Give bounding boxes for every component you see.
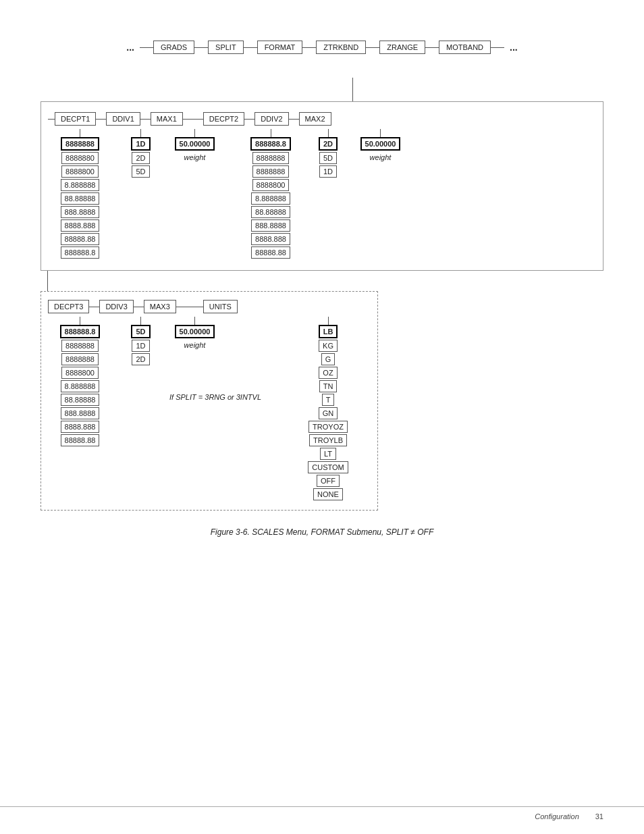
units-val-gn: GN: [319, 407, 338, 419]
menu-item-zrange: ZRANGE: [379, 41, 425, 54]
page-footer: Configuration 31: [0, 806, 644, 820]
decpt1-val-4: 88.88888: [61, 192, 100, 205]
header-ddiv2: DDIV2: [254, 112, 288, 126]
menu-item-format: FORMAT: [257, 41, 303, 54]
menu-item-ztrkbnd: ZTRKBND: [316, 41, 366, 54]
decpt3-val-8: 88888.88: [61, 434, 100, 446]
decpt2-val-0: 888888.8: [250, 137, 291, 151]
decpt2-val-4: 8.888888: [251, 192, 290, 205]
header-decpt3: DECPT3: [48, 300, 89, 313]
decpt2-val-8: 88888.88: [251, 246, 290, 259]
decpt2-val-5: 88.88888: [251, 206, 290, 218]
units-val-lb: LB: [319, 325, 338, 338]
header-max1: MAX1: [151, 112, 183, 126]
decpt1-val-2: 8888800: [61, 165, 99, 178]
header-max2: MAX2: [299, 112, 331, 126]
decpt1-val-5: 888.8888: [61, 206, 100, 218]
ddiv3-val-1: 1D: [132, 340, 149, 352]
top-section: DECPT1 DDIV1 MAX1 DECPT2 DDIV2 MAX2 8888…: [41, 101, 603, 271]
decpt2-val-3: 8888800: [252, 179, 290, 191]
bottom-section: DECPT3 DDIV3 MAX3 UNITS 888888.8 8888888…: [41, 291, 378, 511]
decpt1-val-8: 888888.8: [61, 246, 100, 259]
header-units: UNITS: [203, 300, 238, 313]
decpt3-val-2: 8888888: [61, 353, 99, 365]
menu-item-split: SPLIT: [208, 41, 244, 54]
ddiv2-val-1: 5D: [319, 152, 337, 164]
units-val-none: NONE: [313, 488, 343, 500]
menu-bar: ... GRADS SPLIT FORMAT ZTRKBND ZRANGE MO…: [41, 41, 603, 54]
dots-right: ...: [510, 42, 518, 53]
units-val-lt: LT: [320, 448, 336, 460]
units-val-kg: KG: [319, 340, 338, 352]
decpt3-val-0: 888888.8: [60, 325, 101, 338]
units-val-tn: TN: [319, 380, 338, 392]
ddiv2-val-0: 2D: [319, 137, 338, 151]
decpt1-val-0: 8888888: [61, 137, 99, 151]
header-ddiv1: DDIV1: [106, 112, 140, 126]
dots-left: ...: [126, 42, 134, 53]
ddiv3-val-0: 5D: [131, 325, 150, 338]
decpt1-val-6: 8888.888: [61, 219, 100, 232]
decpt2-val-6: 888.8888: [251, 219, 290, 232]
menu-item-motband: MOTBAND: [439, 41, 491, 54]
units-val-g: G: [321, 353, 336, 365]
split-note: If SPLIT = 3RNG or 3INTVL: [169, 393, 261, 401]
header-ddiv3: DDIV3: [99, 300, 133, 313]
max2-val-1: weight: [367, 152, 395, 163]
max3-val-0: 50.00000: [175, 325, 215, 338]
max3-val-1: weight: [181, 340, 209, 350]
header-decpt1: DECPT1: [55, 112, 96, 126]
menu-item-grads: GRADS: [153, 41, 194, 54]
max2-val-0: 50.00000: [360, 137, 401, 151]
ddiv1-val-1: 2D: [132, 152, 149, 164]
page-content: ... GRADS SPLIT FORMAT ZTRKBND ZRANGE MO…: [0, 0, 644, 564]
units-val-t: T: [322, 394, 335, 406]
decpt3-val-4: 8.888888: [61, 380, 100, 392]
decpt3-val-7: 8888.888: [61, 421, 100, 433]
decpt3-val-5: 88.88888: [61, 394, 100, 406]
ddiv1-val-2: 5D: [132, 165, 149, 178]
max1-val-0: 50.00000: [175, 137, 215, 151]
ddiv3-val-2: 2D: [132, 353, 149, 365]
figure-caption: Figure 3-6. SCALES Menu, FORMAT Submenu,…: [41, 527, 603, 537]
units-val-off: OFF: [317, 475, 340, 487]
footer-section: Configuration: [535, 812, 579, 820]
units-val-oz: OZ: [319, 367, 337, 379]
units-val-troylb: TROYLB: [309, 434, 347, 446]
header-decpt2: DECPT2: [203, 112, 244, 126]
header-max3: MAX3: [144, 300, 176, 313]
decpt2-val-7: 8888.888: [251, 233, 290, 245]
max1-val-1: weight: [181, 152, 209, 163]
decpt3-val-3: 8888800: [61, 367, 99, 379]
ddiv2-val-2: 1D: [319, 165, 337, 178]
decpt2-val-1: 8888888: [252, 152, 290, 164]
decpt1-val-3: 8.888888: [61, 179, 100, 191]
ddiv1-val-0: 1D: [131, 137, 150, 151]
decpt2-val-2: 8888888: [252, 165, 290, 178]
decpt1-val-1: 8888880: [61, 152, 99, 164]
units-val-custom: CUSTOM: [308, 461, 348, 473]
decpt3-val-6: 888.8888: [61, 407, 100, 419]
units-val-troyoz: TROYOZ: [308, 421, 348, 433]
footer-page: 31: [595, 812, 603, 820]
decpt3-val-1: 8888888: [61, 340, 99, 352]
decpt1-val-7: 88888.88: [61, 233, 100, 245]
